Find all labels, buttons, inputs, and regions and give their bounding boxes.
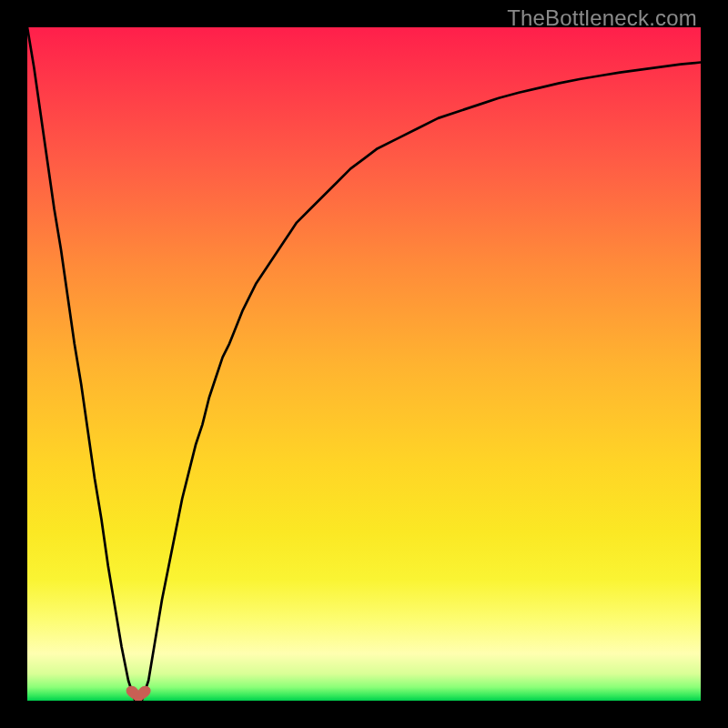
chart-frame: TheBottleneck.com <box>0 0 728 728</box>
plot-area <box>27 27 701 701</box>
gradient-background <box>27 27 701 701</box>
